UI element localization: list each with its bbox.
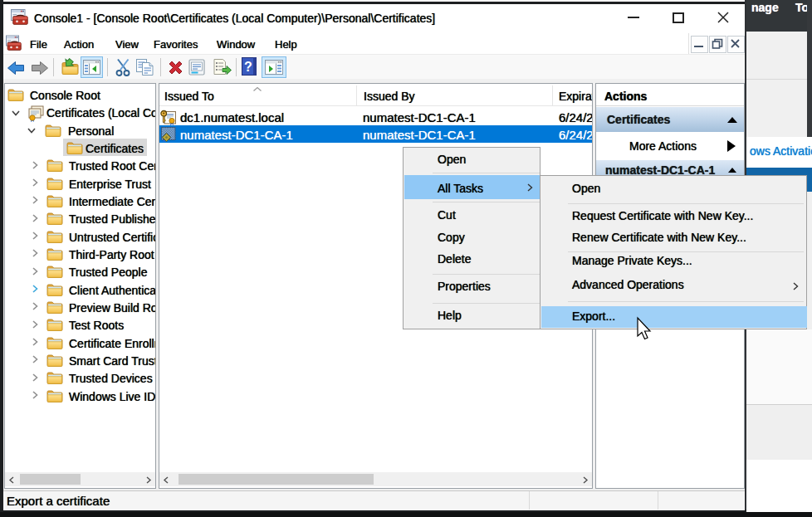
svg-text:?: ? [244,60,252,74]
